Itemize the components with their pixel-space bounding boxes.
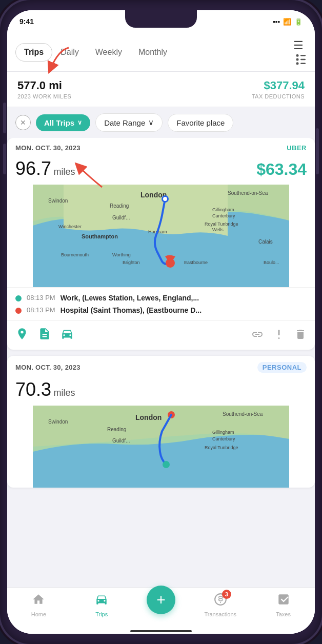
trip-map-svg: London Southend-on-Sea Swindon Reading G…: [7, 185, 315, 287]
bottom-spacer: [7, 494, 315, 504]
trip-tag-uber: UBER: [287, 144, 307, 152]
date-range-label: Date Range: [104, 118, 145, 127]
waypoint-end: 08:13 PM Hospital (Saint Thomas), (Eastb…: [15, 306, 307, 314]
svg-text:London: London: [135, 413, 162, 421]
map-icon: [15, 327, 29, 340]
close-filter-button[interactable]: ✕: [15, 115, 31, 130]
transactions-badge: 3: [214, 593, 227, 609]
tab-weekly[interactable]: Weekly: [87, 44, 130, 61]
svg-point-5: [296, 62, 299, 65]
map-action-icon[interactable]: [15, 327, 29, 344]
car-action-icon[interactable]: [61, 327, 74, 344]
nav-item-trips[interactable]: Trips: [84, 593, 119, 617]
tab-daily[interactable]: Daily: [52, 44, 87, 61]
bottom-nav: Home Trips +: [7, 587, 315, 631]
trip-date-2: MON. OCT. 30, 2023: [15, 364, 80, 371]
add-trip-button[interactable]: +: [147, 586, 175, 614]
waypoint-label-start: Work, (Lewes Station, Lewes, England,...: [61, 294, 199, 302]
tab-trips[interactable]: Trips: [15, 43, 52, 62]
svg-text:Southend-on-Sea: Southend-on-Sea: [223, 411, 263, 417]
svg-text:Swindon: Swindon: [48, 419, 68, 425]
tax-amount: $377.94: [252, 79, 305, 92]
filter-row: ✕ All Trips ∨ Date Range ∨ Favorite plac…: [7, 107, 315, 138]
trip-actions: [7, 320, 315, 350]
waypoint-label-end: Hospital (Saint Thomas), (Eastbourne D..…: [61, 306, 202, 314]
menu-icon[interactable]: [293, 39, 307, 65]
trips-nav-icon: [95, 593, 108, 609]
volume-down-button[interactable]: [3, 144, 6, 174]
trip-miles-display-2: 70.3 miles: [15, 379, 75, 400]
svg-text:Guildf...: Guildf...: [112, 215, 130, 220]
end-dot: [15, 308, 22, 314]
svg-text:Gillingham: Gillingham: [212, 430, 234, 435]
svg-text:Worthing: Worthing: [112, 252, 131, 257]
svg-text:Canterbury: Canterbury: [212, 213, 235, 218]
signal-icon: ▪▪▪: [273, 18, 280, 26]
trip-miles-unit: miles: [54, 167, 75, 177]
svg-text:Guildf...: Guildf...: [112, 438, 130, 444]
tabs-wrapper: Trips Daily Weekly Monthly: [15, 43, 291, 62]
link-icon: [251, 328, 264, 340]
stats-section: 577.0 mi 2023 WORK MILES $377.94 TAX DED…: [7, 72, 315, 107]
flag-action-icon[interactable]: [273, 328, 285, 343]
document-action-icon[interactable]: [38, 327, 51, 344]
receipt-icon: [277, 593, 290, 606]
tab-monthly[interactable]: Monthly: [130, 44, 175, 61]
home-nav-label: Home: [31, 611, 46, 617]
svg-text:Boulo...: Boulo...: [264, 260, 279, 265]
volume-up-button[interactable]: [3, 103, 6, 133]
phone-frame: 9:41 ▪▪▪ 📶 🔋 Trips Daily Weekly Monthly: [0, 0, 322, 644]
house-icon: [32, 593, 45, 606]
time-display: 9:41: [19, 17, 34, 26]
nav-item-home[interactable]: Home: [21, 593, 56, 617]
trip-waypoints: 08:13 PM Work, (Lewes Station, Lewes, En…: [7, 287, 315, 320]
svg-point-41: [163, 461, 170, 468]
car-nav-icon: [95, 593, 108, 606]
transactions-nav-icon: 3: [214, 593, 227, 609]
svg-text:Eastbourne: Eastbourne: [184, 260, 208, 265]
status-icons: ▪▪▪ 📶 🔋: [273, 18, 303, 26]
svg-text:Calais: Calais: [258, 239, 273, 245]
svg-text:Royal Tunbridge: Royal Tunbridge: [205, 222, 238, 227]
link-action-icon[interactable]: [251, 328, 264, 343]
svg-text:Reading: Reading: [110, 203, 129, 209]
action-icons-left: [15, 327, 74, 344]
all-trips-filter-button[interactable]: All Trips ∨: [36, 114, 90, 131]
trip-map-2[interactable]: London Southend-on-Sea Swindon Reading G…: [7, 406, 315, 488]
svg-text:Swindon: Swindon: [48, 198, 68, 204]
svg-text:Wells: Wells: [212, 227, 224, 232]
action-icons-right: [251, 328, 307, 343]
svg-text:Brighton: Brighton: [123, 260, 140, 265]
nav-item-transactions[interactable]: 3 Transactions: [203, 593, 238, 617]
start-dot: [15, 295, 22, 301]
trip-tag-personal: PERSONAL: [257, 362, 307, 373]
svg-text:Royal Tunbridge: Royal Tunbridge: [205, 445, 238, 450]
favorite-place-filter-button[interactable]: Favorite place: [168, 114, 233, 132]
svg-text:Winchester: Winchester: [58, 224, 82, 229]
trip-date-row-2: MON. OCT. 30, 2023 PERSONAL: [7, 356, 315, 377]
trip-map[interactable]: London Southend-on-Sea Swindon Reading G…: [7, 185, 315, 287]
svg-point-30: [278, 337, 280, 339]
svg-text:Bournemouth: Bournemouth: [61, 252, 89, 257]
trip-stats-row: 96.7 miles $63.34: [7, 156, 315, 185]
favorite-place-label: Favorite place: [176, 118, 225, 127]
phone-notch: [125, 10, 197, 28]
all-trips-label: All Trips: [44, 118, 74, 127]
close-icon: ✕: [20, 118, 26, 127]
document-icon: [38, 327, 51, 340]
power-button[interactable]: [316, 128, 319, 174]
waypoint-time-start: 08:13 PM: [27, 294, 55, 301]
trip-miles-unit-2: miles: [54, 388, 75, 398]
nav-item-taxes[interactable]: Taxes: [266, 593, 301, 617]
trip-miles-display: 96.7 miles: [15, 158, 75, 179]
svg-point-3: [296, 58, 299, 61]
date-range-filter-button[interactable]: Date Range ∨: [95, 113, 163, 132]
svg-text:Canterbury: Canterbury: [212, 436, 235, 441]
transactions-nav-label: Transactions: [205, 611, 237, 617]
car-icon: [61, 327, 74, 340]
trash-action-icon[interactable]: [294, 328, 307, 343]
svg-point-26: [163, 197, 167, 201]
trash-icon: [294, 328, 307, 340]
flag-icon: [273, 328, 285, 340]
battery-icon: 🔋: [294, 18, 303, 26]
